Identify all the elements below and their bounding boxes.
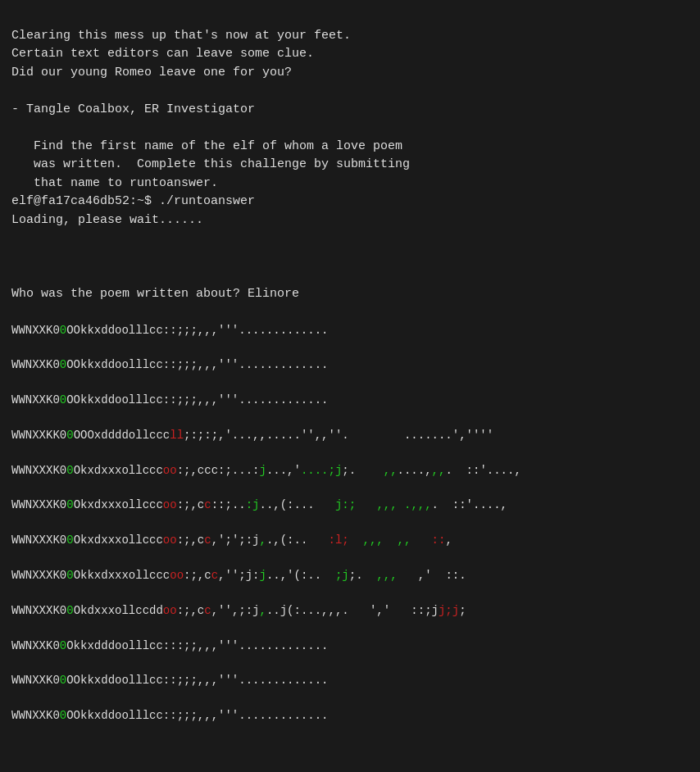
intro-text: Clearing this mess up that's now at your… xyxy=(11,29,410,301)
ascii-art: WWNXXK00OOkkxddoolllcc::;;;,,,'''.......… xyxy=(11,322,689,724)
terminal-output: Clearing this mess up that's now at your… xyxy=(11,8,689,772)
